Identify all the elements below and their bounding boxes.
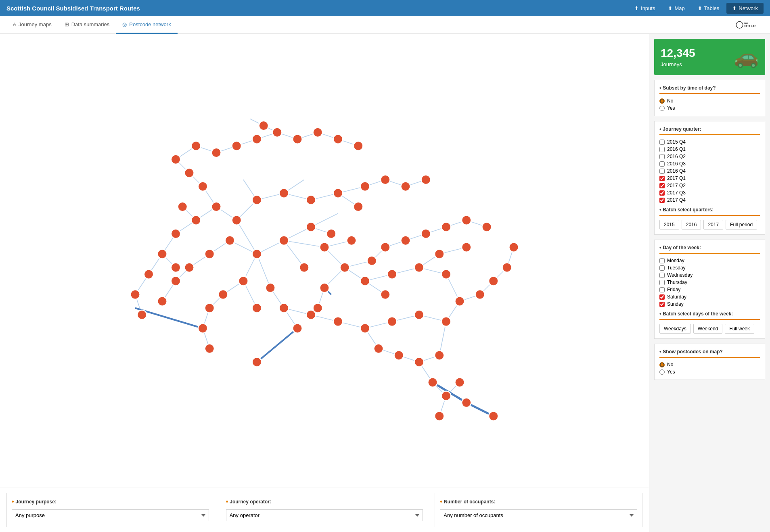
svg-point-117 — [421, 175, 431, 184]
svg-point-137 — [347, 236, 356, 245]
full-week-btn[interactable]: Full week — [725, 324, 754, 334]
quarter-2017q2[interactable]: 2017 Q2 — [659, 183, 760, 188]
svg-line-99 — [257, 328, 298, 362]
quarter-2017q4[interactable]: 2017 Q4 — [659, 197, 760, 203]
day-friday[interactable]: Friday — [659, 287, 760, 292]
svg-point-180 — [137, 310, 146, 319]
tab-postcode-network[interactable]: ◎ Postcode network — [116, 16, 177, 34]
journey-operator-select[interactable]: Any operator — [226, 509, 423, 521]
svg-point-146 — [157, 249, 167, 259]
svg-point-178 — [509, 242, 518, 252]
svg-point-159 — [462, 215, 471, 225]
batch-days-title: Batch select days of the week: — [659, 311, 760, 320]
svg-point-177 — [502, 263, 512, 272]
tab-journey-maps[interactable]: ⑃ Journey maps — [6, 16, 58, 34]
journeys-card: 12,345 Journeys 🚗 — [654, 39, 765, 75]
subset-time-title: Subset by time of day? — [659, 85, 760, 94]
batch-full-period-btn[interactable]: Full period — [726, 220, 757, 229]
postcodes-no[interactable]: No — [659, 362, 760, 367]
nav-actions: ⬆ Inputs ⬆ Map ⬆ Tables ⬆ Network — [629, 3, 764, 14]
svg-point-121 — [252, 195, 262, 204]
quarter-2016q1[interactable]: 2016 Q1 — [659, 146, 760, 152]
svg-point-119 — [198, 182, 207, 191]
map-btn[interactable]: ⬆ Map — [662, 3, 690, 14]
weekend-btn[interactable]: Weekend — [693, 324, 722, 334]
tables-btn[interactable]: ⬆ Tables — [692, 3, 725, 14]
quarter-2016q2[interactable]: 2016 Q2 — [659, 154, 760, 159]
svg-point-164 — [252, 303, 262, 313]
occupants-label: Number of occupants: — [440, 498, 637, 505]
svg-point-106 — [313, 128, 322, 137]
batch-2017-btn[interactable]: 2017 — [703, 220, 723, 229]
subset-time-yes[interactable]: Yes — [659, 105, 760, 111]
quarter-2017q1[interactable]: 2017 Q1 — [659, 175, 760, 181]
svg-point-147 — [171, 229, 180, 238]
svg-point-162 — [184, 263, 194, 272]
network-btn[interactable]: ⬆ Network — [726, 3, 764, 14]
quarter-2015q4[interactable]: 2015 Q4 — [659, 139, 760, 145]
svg-point-111 — [171, 155, 180, 164]
tab-data-summaries[interactable]: ⊞ Data summaries — [58, 16, 116, 34]
svg-point-158 — [462, 242, 471, 252]
quarter-2017q3[interactable]: 2017 Q3 — [659, 190, 760, 196]
svg-point-182 — [171, 276, 180, 286]
day-saturday[interactable]: Saturday — [659, 294, 760, 300]
svg-point-172 — [414, 310, 424, 319]
svg-point-185 — [205, 344, 214, 353]
svg-point-181 — [157, 296, 167, 306]
svg-text:THE: THE — [744, 22, 748, 24]
svg-point-103 — [259, 121, 268, 130]
inputs-btn[interactable]: ⬆ Inputs — [629, 3, 661, 14]
svg-point-155 — [414, 263, 424, 272]
day-wednesday[interactable]: Wednesday — [659, 272, 760, 278]
svg-point-173 — [441, 317, 451, 326]
svg-point-163 — [218, 290, 228, 299]
subset-time-no[interactable]: No — [659, 98, 760, 104]
day-thursday[interactable]: Thursday — [659, 280, 760, 285]
batch-2015-btn[interactable]: 2015 — [659, 220, 679, 229]
svg-point-154 — [387, 269, 397, 279]
quarter-2016q4[interactable]: 2016 Q4 — [659, 168, 760, 174]
svg-point-131 — [279, 236, 289, 245]
day-monday[interactable]: Monday — [659, 258, 760, 263]
svg-point-116 — [401, 182, 410, 191]
svg-point-143 — [441, 222, 451, 232]
tab-bar: ⑃ Journey maps ⊞ Data summaries ◎ Postco… — [0, 16, 770, 34]
svg-point-109 — [211, 148, 221, 157]
svg-point-196 — [489, 411, 498, 421]
svg-line-10 — [284, 240, 325, 247]
journey-operator-filter: Journey operator: Any operator — [221, 493, 429, 527]
day-sunday[interactable]: Sunday — [659, 301, 760, 307]
svg-point-188 — [394, 350, 404, 360]
batch-quarters-title: Batch select quarters: — [659, 207, 760, 216]
svg-point-145 — [482, 222, 491, 232]
quarter-2016q3[interactable]: 2016 Q3 — [659, 161, 760, 167]
circle-icon: ◎ — [122, 21, 127, 27]
day-tuesday[interactable]: Tuesday — [659, 265, 760, 271]
occupants-select[interactable]: Any number of occupants — [440, 509, 637, 521]
bottom-filters: Journey purpose: Any purpose Journey ope… — [0, 488, 649, 532]
table-icon: ⊞ — [65, 21, 69, 27]
map-icon: ⬆ — [668, 5, 672, 11]
svg-point-156 — [435, 249, 444, 259]
svg-point-193 — [455, 378, 464, 387]
svg-point-151 — [320, 283, 329, 292]
journey-purpose-label: Journey purpose: — [12, 498, 209, 505]
svg-point-140 — [401, 236, 410, 245]
svg-point-0 — [736, 21, 743, 28]
svg-point-171 — [387, 317, 397, 326]
journey-operator-label: Journey operator: — [226, 498, 423, 505]
show-postcodes-radios: No Yes — [659, 362, 760, 375]
svg-point-139 — [381, 242, 390, 252]
svg-point-123 — [306, 195, 316, 204]
svg-point-187 — [293, 323, 302, 333]
weekdays-btn[interactable]: Weekdays — [659, 324, 691, 334]
car-icon: 🚗 — [734, 45, 759, 69]
batch-day-buttons: Weekdays Weekend Full week — [659, 324, 760, 334]
postcodes-yes[interactable]: Yes — [659, 369, 760, 375]
journey-purpose-select[interactable]: Any purpose — [12, 509, 209, 521]
batch-2016-btn[interactable]: 2016 — [682, 220, 701, 229]
svg-point-141 — [421, 229, 431, 238]
svg-text:DATA LAB: DATA LAB — [744, 24, 756, 27]
svg-point-160 — [144, 269, 153, 279]
